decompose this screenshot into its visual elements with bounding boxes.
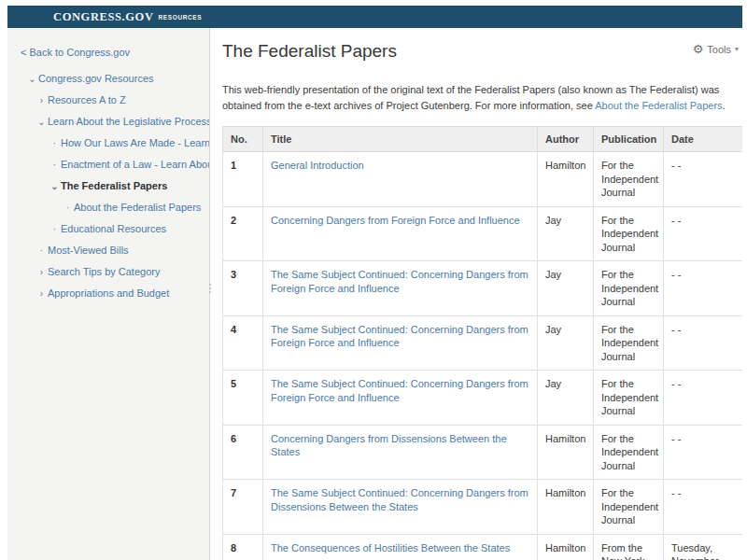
column-header-no: No. <box>223 127 263 152</box>
paper-author: Hamilton <box>538 534 594 560</box>
paper-number: 6 <box>223 425 263 480</box>
page-title: The Federalist Papers <box>222 41 742 62</box>
paper-number: 8 <box>223 534 263 560</box>
table-header-row: No.TitleAuthorPublicationDate <box>223 127 743 152</box>
table-row: 5The Same Subject Continued: Concerning … <box>223 371 743 426</box>
paper-date: - - <box>664 371 743 426</box>
chevron-right-icon: › <box>35 288 48 299</box>
paper-publication: For the Independent Journal <box>594 261 664 316</box>
chevron-down-icon: ▾ <box>735 45 739 53</box>
sidebar-item-enactment-of-a-law-learn-about[interactable]: ·Enactment of a Law - Learn About the Le… <box>7 153 209 175</box>
sidebar-item-label: How Our Laws Are Made - Learn About the <box>61 137 209 148</box>
paper-author: Jay <box>538 371 594 426</box>
gear-icon: ⚙ <box>693 43 704 55</box>
top-navbar: CONGRESS.GOV RESOURCES <box>7 6 742 28</box>
sidebar-item-label: Educational Resources <box>61 223 166 234</box>
paper-date: - - <box>664 206 743 261</box>
paper-title-link[interactable]: The Consequences of Hostilities Between … <box>271 542 510 553</box>
paper-title-cell: The Same Subject Continued: Concerning D… <box>263 371 538 426</box>
paper-author: Jay <box>538 206 594 261</box>
paper-author: Hamilton <box>538 480 594 535</box>
table-row: 8The Consequences of Hostilities Between… <box>223 534 743 560</box>
sidebar-item-label: Resources A to Z <box>48 94 126 105</box>
federalist-papers-table: No.TitleAuthorPublicationDate 1General I… <box>222 126 742 560</box>
paper-title-link[interactable]: Concerning Dangers from Dissensions Betw… <box>271 433 507 458</box>
paper-publication: From the New York Packet <box>594 534 664 560</box>
main-content: The Federalist Papers ⚙ Tools ▾ This web… <box>210 28 742 560</box>
paper-number: 5 <box>223 371 263 426</box>
chevron-down-icon: ⌄ <box>26 74 38 84</box>
chevron-down-icon: ⌄ <box>35 117 48 127</box>
congress-gov-logo[interactable]: CONGRESS.GOV <box>53 10 154 24</box>
paper-title-link[interactable]: The Same Subject Continued: Concerning D… <box>271 324 529 349</box>
paper-title-link[interactable]: General Introduction <box>271 160 364 171</box>
about-federalist-papers-link[interactable]: About the Federalist Papers <box>595 100 722 111</box>
paper-publication: For the Independent Journal <box>594 152 664 207</box>
sidebar-item-label: The Federalist Papers <box>61 180 167 191</box>
paper-date: - - <box>664 315 743 371</box>
paper-date: - - <box>664 152 743 207</box>
table-row: 1General IntroductionHamiltonFor the Ind… <box>223 152 743 207</box>
column-header-date: Date <box>664 127 743 152</box>
body-row: < Back to Congress.gov ⌄Congress.gov Res… <box>7 28 742 560</box>
bullet-icon: · <box>49 160 61 170</box>
paper-title-link[interactable]: The Same Subject Continued: Concerning D… <box>271 378 529 403</box>
sidebar-item-congress-gov-resources[interactable]: ⌄Congress.gov Resources <box>7 67 209 89</box>
table-row: 3The Same Subject Continued: Concerning … <box>223 261 743 316</box>
sidebar-item-label: Congress.gov Resources <box>38 73 154 84</box>
sidebar-item-about-the-federalist-papers[interactable]: ·About the Federalist Papers <box>7 196 209 217</box>
paper-title-link[interactable]: The Same Subject Continued: Concerning D… <box>271 269 529 294</box>
sidebar-item-educational-resources[interactable]: ·Educational Resources <box>7 217 209 239</box>
back-to-congress-link[interactable]: < Back to Congress.gov <box>7 43 209 67</box>
chevron-right-icon: › <box>35 95 48 105</box>
sidebar-item-label: Most-Viewed Bills <box>48 245 129 256</box>
table-row: 4The Same Subject Continued: Concerning … <box>223 315 743 371</box>
paper-title-link[interactable]: Concerning Dangers from Foreign Force an… <box>271 215 520 226</box>
sidebar-item-how-our-laws-are-made-learn-ab[interactable]: ·How Our Laws Are Made - Learn About the <box>7 132 209 153</box>
resources-logo-label: RESOURCES <box>159 14 203 21</box>
paper-number: 2 <box>223 206 263 261</box>
paper-publication: For the Independent Journal <box>594 315 664 371</box>
page: CONGRESS.GOV RESOURCES < Back to Congres… <box>7 6 742 560</box>
sidebar-item-label: Learn About the Legislative Process <box>48 116 209 127</box>
paper-author: Hamilton <box>538 425 594 480</box>
paper-author: Hamilton <box>538 152 594 207</box>
paper-title-cell: The Same Subject Continued: Concerning D… <box>263 261 538 316</box>
paper-title-cell: The Same Subject Continued: Concerning D… <box>263 480 538 535</box>
bullet-icon: · <box>35 245 48 256</box>
sidebar-item-most-viewed-bills[interactable]: ·Most-Viewed Bills <box>7 239 209 260</box>
sidebar-item-search-tips-by-category[interactable]: ›Search Tips by Category <box>7 260 209 282</box>
sidebar-item-appropriations-and-budget[interactable]: ›Appropriations and Budget <box>7 282 209 303</box>
column-header-author: Author <box>538 127 594 152</box>
paper-title-link[interactable]: The Same Subject Continued: Concerning D… <box>271 487 529 512</box>
paper-title-cell: The Same Subject Continued: Concerning D… <box>263 315 538 371</box>
sidebar-item-learn-about-the-legislative-pr[interactable]: ⌄Learn About the Legislative Process <box>7 110 209 132</box>
sidebar-nav: < Back to Congress.gov ⌄Congress.gov Res… <box>7 28 210 560</box>
column-header-publication: Publication <box>594 127 664 152</box>
paper-author: Jay <box>538 315 594 371</box>
column-header-title: Title <box>263 127 538 152</box>
sidebar-item-label: About the Federalist Papers <box>74 202 201 213</box>
sidebar-item-the-federalist-papers[interactable]: ⌄The Federalist Papers <box>7 175 209 196</box>
paper-publication: For the Independent Journal <box>594 425 664 480</box>
bullet-icon: · <box>49 138 61 148</box>
tools-button[interactable]: ⚙ Tools ▾ <box>693 43 739 55</box>
paper-publication: For the Independent Journal <box>594 206 664 261</box>
bullet-icon: · <box>49 224 61 234</box>
paper-number: 4 <box>223 315 263 371</box>
sidebar-item-resources-a-to-z[interactable]: ›Resources A to Z <box>7 89 209 110</box>
chevron-right-icon: › <box>35 267 48 277</box>
sidebar-item-label: Appropriations and Budget <box>48 287 169 299</box>
chevron-down-icon: ⌄ <box>49 181 61 191</box>
paper-title-cell: Concerning Dangers from Foreign Force an… <box>263 206 538 261</box>
tools-button-label: Tools <box>707 44 731 55</box>
paper-number: 3 <box>223 261 263 316</box>
paper-publication: For the Independent Journal <box>594 371 664 426</box>
intro-paragraph: This web-friendly presentation of the or… <box>222 82 742 114</box>
sidebar-item-label: Search Tips by Category <box>48 266 160 277</box>
paper-date: Tuesday, November 20, 1787 <box>664 534 743 560</box>
sidebar-nav-list: ⌄Congress.gov Resources›Resources A to Z… <box>7 67 209 303</box>
paper-number: 1 <box>223 152 263 207</box>
paper-date: - - <box>664 480 743 535</box>
table-row: 6Concerning Dangers from Dissensions Bet… <box>223 425 743 480</box>
